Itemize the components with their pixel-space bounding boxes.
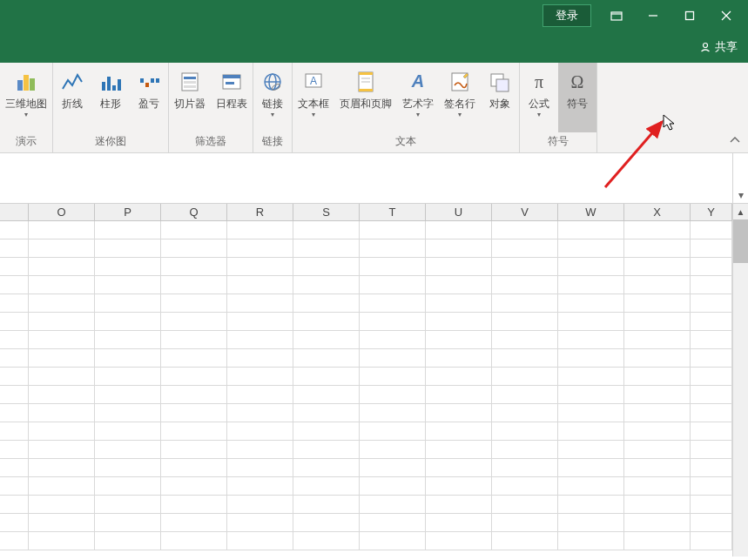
- cell[interactable]: [29, 368, 95, 386]
- column-header[interactable]: Y: [691, 204, 732, 220]
- cell[interactable]: [558, 331, 624, 349]
- cell[interactable]: [161, 514, 227, 532]
- cell[interactable]: [558, 258, 624, 276]
- cell[interactable]: [558, 221, 624, 240]
- column-header[interactable]: U: [426, 204, 492, 220]
- cell[interactable]: [293, 221, 360, 240]
- cell[interactable]: [161, 368, 227, 386]
- cell[interactable]: [492, 496, 558, 514]
- sparkline-line-button[interactable]: 折线: [53, 63, 91, 132]
- cell[interactable]: [161, 221, 227, 240]
- cell[interactable]: [95, 349, 161, 368]
- cell[interactable]: [29, 514, 95, 532]
- cell[interactable]: [691, 276, 732, 294]
- cell[interactable]: [161, 313, 227, 331]
- cell[interactable]: [293, 386, 360, 404]
- cell[interactable]: [691, 349, 732, 368]
- scroll-thumb[interactable]: [733, 219, 748, 263]
- cell[interactable]: [360, 368, 426, 386]
- cell[interactable]: [0, 514, 29, 532]
- cell[interactable]: [691, 294, 732, 313]
- cell[interactable]: [227, 441, 293, 459]
- ribbon-options-icon[interactable]: [598, 2, 635, 30]
- cell[interactable]: [624, 422, 691, 441]
- symbol-button[interactable]: Ω符号: [558, 63, 596, 132]
- cell[interactable]: [624, 258, 691, 276]
- cell[interactable]: [691, 532, 732, 550]
- cell[interactable]: [426, 240, 492, 258]
- cell[interactable]: [558, 477, 624, 496]
- column-header[interactable]: R: [227, 204, 293, 220]
- cell[interactable]: [492, 386, 558, 404]
- cell[interactable]: [360, 258, 426, 276]
- cell[interactable]: [161, 276, 227, 294]
- cell[interactable]: [492, 349, 558, 368]
- cell[interactable]: [0, 313, 29, 331]
- cell[interactable]: [0, 422, 29, 441]
- cell[interactable]: [426, 294, 492, 313]
- equation-button[interactable]: π公式▾: [520, 63, 558, 132]
- cell[interactable]: [558, 386, 624, 404]
- cell[interactable]: [624, 441, 691, 459]
- login-button[interactable]: 登录: [542, 4, 591, 27]
- cell[interactable]: [492, 294, 558, 313]
- cell[interactable]: [95, 240, 161, 258]
- cell[interactable]: [227, 404, 293, 422]
- cell[interactable]: [624, 294, 691, 313]
- cell[interactable]: [29, 459, 95, 477]
- cell[interactable]: [558, 514, 624, 532]
- cell[interactable]: [691, 496, 732, 514]
- cell[interactable]: [558, 459, 624, 477]
- cell[interactable]: [95, 532, 161, 550]
- cell[interactable]: [492, 459, 558, 477]
- cell[interactable]: [624, 221, 691, 240]
- cell[interactable]: [161, 441, 227, 459]
- cell[interactable]: [0, 276, 29, 294]
- object-button[interactable]: 对象: [481, 63, 519, 132]
- cell[interactable]: [293, 331, 360, 349]
- cell[interactable]: [558, 313, 624, 331]
- cell[interactable]: [426, 514, 492, 532]
- column-header[interactable]: V: [492, 204, 558, 220]
- cell[interactable]: [29, 240, 95, 258]
- cell[interactable]: [227, 496, 293, 514]
- cell[interactable]: [360, 221, 426, 240]
- cell[interactable]: [492, 422, 558, 441]
- cell[interactable]: [360, 313, 426, 331]
- cell[interactable]: [293, 258, 360, 276]
- cell[interactable]: [29, 331, 95, 349]
- cell[interactable]: [29, 221, 95, 240]
- cell[interactable]: [691, 258, 732, 276]
- cell[interactable]: [360, 331, 426, 349]
- cell[interactable]: [426, 368, 492, 386]
- cell[interactable]: [426, 441, 492, 459]
- cell[interactable]: [95, 294, 161, 313]
- cell[interactable]: [0, 441, 29, 459]
- cell[interactable]: [360, 294, 426, 313]
- textbox-button[interactable]: A文本框▾: [293, 63, 334, 132]
- cell[interactable]: [360, 459, 426, 477]
- minimize-button[interactable]: [635, 2, 671, 30]
- cell[interactable]: [227, 514, 293, 532]
- cell[interactable]: [691, 514, 732, 532]
- cell[interactable]: [161, 477, 227, 496]
- cell[interactable]: [161, 240, 227, 258]
- cell[interactable]: [360, 441, 426, 459]
- cell[interactable]: [624, 368, 691, 386]
- cell[interactable]: [293, 422, 360, 441]
- cell[interactable]: [95, 496, 161, 514]
- cell[interactable]: [95, 441, 161, 459]
- cell[interactable]: [426, 422, 492, 441]
- column-header[interactable]: O: [29, 204, 95, 220]
- cell[interactable]: [0, 368, 29, 386]
- cell[interactable]: [95, 313, 161, 331]
- cell[interactable]: [161, 386, 227, 404]
- cell[interactable]: [624, 240, 691, 258]
- wordart-button[interactable]: A艺术字▾: [397, 63, 439, 132]
- cell[interactable]: [95, 404, 161, 422]
- formula-input[interactable]: [0, 153, 732, 203]
- cell[interactable]: [227, 221, 293, 240]
- timeline-button[interactable]: 日程表: [211, 63, 253, 132]
- cell[interactable]: [29, 386, 95, 404]
- cell[interactable]: [492, 532, 558, 550]
